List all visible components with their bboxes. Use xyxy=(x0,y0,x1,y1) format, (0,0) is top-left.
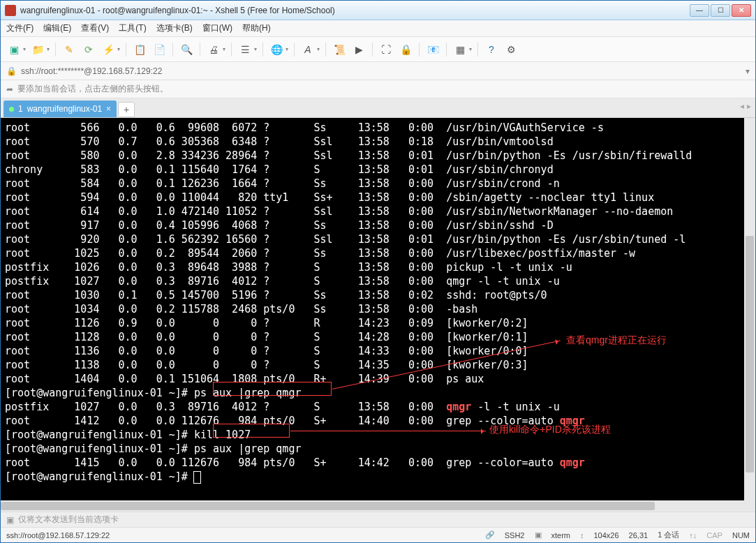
menu-edit[interactable]: 编辑(E) xyxy=(43,22,71,34)
menu-tools[interactable]: 工具(T) xyxy=(119,22,146,34)
resize-icon: ↕ xyxy=(580,531,584,540)
titlebar: wangruifenglinux-01 - root@wangruifengli… xyxy=(1,1,755,20)
tab-close-icon[interactable]: × xyxy=(106,104,111,114)
layout-icon[interactable]: ▦ xyxy=(452,42,468,57)
tab-prev-icon[interactable]: ◂ xyxy=(740,101,744,111)
menubar: 文件(F) 编辑(E) 查看(V) 工具(T) 选项卡(B) 窗口(W) 帮助(… xyxy=(1,20,755,37)
anchor-icon[interactable]: ➦ xyxy=(6,84,13,94)
help-icon[interactable]: ? xyxy=(484,42,499,57)
close-button[interactable]: ✕ xyxy=(732,4,751,17)
compose-icon[interactable]: 📧 xyxy=(425,42,440,57)
toolbar: ▣▾ 📁▾ ✎ ⟳ ⚡▾ 📋 📄 🔍 🖨▾ ☰▾ 🌐▾ A▾ 📜 ▶ ⛶ 🔒 📧… xyxy=(1,37,755,62)
highlight-icon[interactable]: ✎ xyxy=(61,42,77,57)
status-num: NUM xyxy=(732,531,750,540)
statusbar: ssh://root@192.168.57.129:22 🔗 SSH2 ▣ xt… xyxy=(1,527,755,542)
menu-help[interactable]: 帮助(H) xyxy=(242,22,271,34)
status-sessions: 1 会话 xyxy=(658,530,679,540)
status-ssh: SSH2 xyxy=(505,531,525,540)
app-logo-icon xyxy=(5,5,16,16)
open-icon[interactable]: 📁 xyxy=(30,42,45,57)
scrollbar-vertical[interactable] xyxy=(744,118,755,512)
lock-icon[interactable]: 🔒 xyxy=(398,42,413,57)
terminal[interactable]: root 566 0.0 0.6 99608 6072 ? Ss 13:58 0… xyxy=(1,118,755,512)
status-term: xterm xyxy=(551,531,571,540)
maximize-button[interactable]: ☐ xyxy=(711,4,730,17)
session-tab[interactable]: 1 wangruifenglinux-01 × xyxy=(3,101,117,117)
tab-next-icon[interactable]: ▸ xyxy=(747,101,751,111)
reconnect-icon[interactable]: ⟳ xyxy=(81,42,96,57)
tab-label: wangruifenglinux-01 xyxy=(27,104,102,114)
properties-icon[interactable]: ☰ xyxy=(237,42,253,57)
app-window: wangruifenglinux-01 - root@wangruifengli… xyxy=(0,0,756,543)
menu-window[interactable]: 窗口(W) xyxy=(202,22,232,34)
settings-icon[interactable]: ⚙ xyxy=(503,42,519,57)
status-cap: CAP xyxy=(706,531,722,540)
paste-icon[interactable]: 📄 xyxy=(151,42,167,57)
menu-view[interactable]: 查看(V) xyxy=(81,22,109,34)
window-title: wangruifenglinux-01 - root@wangruifengli… xyxy=(20,6,690,15)
sendbar-icon[interactable]: ▣ xyxy=(6,515,14,525)
tabbar: 1 wangruifenglinux-01 × + ◂ ▸ xyxy=(1,98,755,118)
lock-small-icon: 🔒 xyxy=(6,66,17,76)
find-icon[interactable]: 🔍 xyxy=(179,42,194,57)
sendbar-text: 仅将文本发送到当前选项卡 xyxy=(18,514,119,526)
signal-icon: ↑↓ xyxy=(689,531,697,540)
term-icon: ▣ xyxy=(535,530,542,540)
tip-text: 要添加当前会话，点击左侧的箭头按钮。 xyxy=(17,83,168,95)
status-connection: ssh://root@192.168.57.129:22 xyxy=(6,531,110,540)
menu-file[interactable]: 文件(F) xyxy=(6,22,34,34)
sendbar: ▣ 仅将文本发送到当前选项卡 xyxy=(1,512,755,527)
disconnect-icon[interactable]: ⚡ xyxy=(101,42,116,57)
print-icon[interactable]: 🖨 xyxy=(206,42,221,57)
addressbar: 🔒 ssh://root:********@192.168.57.129:22 … xyxy=(1,62,755,80)
minimize-button[interactable]: — xyxy=(690,4,709,17)
globe-icon[interactable]: 🌐 xyxy=(269,42,284,57)
fullscreen-icon[interactable]: ⛶ xyxy=(378,42,394,57)
menu-tab[interactable]: 选项卡(B) xyxy=(156,22,193,34)
new-tab-button[interactable]: + xyxy=(118,102,135,117)
copy-icon[interactable]: 📋 xyxy=(132,42,147,57)
tab-nav: ◂ ▸ xyxy=(740,101,751,111)
script-icon[interactable]: 📜 xyxy=(332,42,347,57)
scrollbar-horizontal[interactable] xyxy=(1,500,744,512)
font-icon[interactable]: A xyxy=(300,42,316,57)
status-size: 104x26 xyxy=(594,531,619,540)
tipbar: ➦ 要添加当前会话，点击左侧的箭头按钮。 xyxy=(1,80,755,98)
macro-icon[interactable]: ▶ xyxy=(351,42,366,57)
tab-index: 1 xyxy=(18,104,23,114)
status-dot-icon xyxy=(9,107,14,112)
link-icon: 🔗 xyxy=(485,530,495,540)
address-dropdown-icon[interactable]: ▾ xyxy=(746,66,750,76)
address-text[interactable]: ssh://root:********@192.168.57.129:22 xyxy=(21,66,741,76)
status-pos: 26,31 xyxy=(629,531,648,540)
new-session-icon[interactable]: ▣ xyxy=(6,42,22,57)
